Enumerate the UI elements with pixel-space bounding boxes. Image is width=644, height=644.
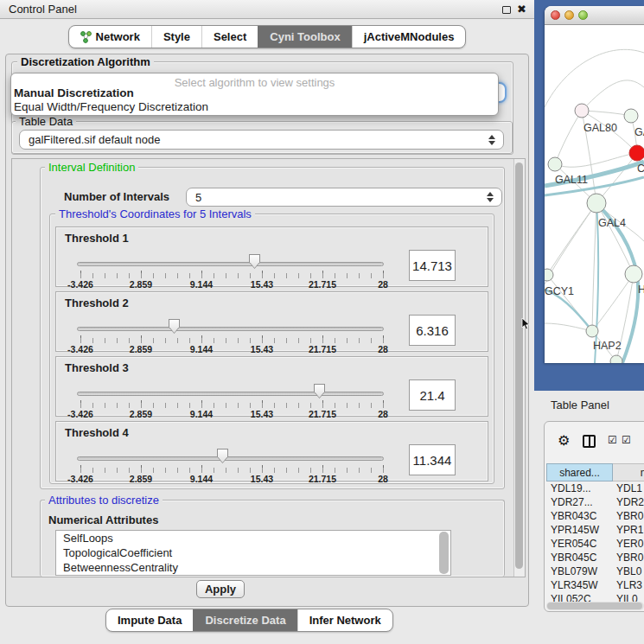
cell[interactable]: YPR1	[613, 523, 644, 537]
table-row[interactable]: YBL079WYBL0	[546, 564, 644, 578]
attributes-list-scrollbar[interactable]	[439, 532, 449, 574]
tab-infer-network[interactable]: Infer Network	[297, 609, 392, 631]
threshold-3-value-field[interactable]: 21.4	[409, 379, 456, 411]
apply-button[interactable]: Apply	[196, 580, 245, 598]
minimize-traffic-light-icon[interactable]	[564, 10, 574, 20]
table-row[interactable]: YDL19...YDL1	[546, 481, 644, 495]
vertical-scrollbar-thumb[interactable]	[515, 163, 523, 569]
cell[interactable]: YBL0	[613, 564, 644, 578]
close-traffic-light-icon[interactable]	[551, 10, 560, 20]
node-label-gal80: GAL80	[583, 122, 617, 134]
tab-select[interactable]: Select	[201, 26, 258, 48]
node-gcy1[interactable]	[545, 269, 553, 281]
zoom-traffic-light-icon[interactable]	[578, 10, 588, 20]
cell[interactable]: YDR27...	[546, 495, 613, 509]
threshold-1-label: Threshold 1	[65, 232, 129, 245]
table-row[interactable]: YPR145WYPR1	[546, 523, 644, 537]
list-item[interactable]: TopologicalCoefficient	[56, 545, 450, 560]
threshold-4-value-field[interactable]: 11.344	[409, 444, 456, 475]
node-label-ga: GA	[634, 126, 644, 138]
tab-jactivemnodules[interactable]: jActiveMNodules	[352, 26, 466, 48]
numerical-attributes-list[interactable]: SelfLoops TopologicalCoefficient Between…	[55, 530, 451, 576]
mouse-cursor	[521, 318, 532, 330]
node-gal4[interactable]	[587, 194, 606, 213]
close-icon[interactable]: ✖	[517, 3, 526, 16]
node-gal11[interactable]	[548, 157, 562, 171]
list-item[interactable]: SelfLoops	[56, 531, 450, 545]
table-data-combobox-value: galFiltered.sif default node	[29, 133, 160, 146]
table-row[interactable]: YIL052CYIL0	[546, 592, 644, 602]
table-row[interactable]: YBR045CYBR0	[546, 551, 644, 564]
network-window-titlebar[interactable]	[545, 6, 644, 25]
tick-label: 28	[357, 409, 409, 419]
cell[interactable]: YLR3	[613, 578, 644, 592]
horizontal-scrollbar-thumb[interactable]	[547, 603, 642, 609]
column-header-name[interactable]: na	[613, 463, 644, 481]
checkbox-checked-icon[interactable]: ☑	[608, 434, 617, 446]
popup-item-equal-width-frequency[interactable]: Equal Width/Frequency Discretization	[11, 100, 498, 114]
threshold-4-slider-thumb[interactable]	[217, 449, 228, 463]
cell[interactable]: YDR2	[613, 495, 644, 509]
cell[interactable]: YDL19...	[546, 481, 613, 495]
tab-network[interactable]: Network	[69, 26, 151, 48]
threshold-3-slider-thumb[interactable]	[314, 384, 325, 399]
gear-icon[interactable]: ⚙	[558, 432, 570, 449]
table-row[interactable]: YBR043CYBR0	[546, 509, 644, 523]
tab-cyni-toolbox[interactable]: Cyni Toolbox	[258, 26, 351, 48]
threshold-3-slider-track[interactable]	[77, 392, 384, 396]
node-bottom[interactable]	[610, 355, 622, 363]
cell[interactable]: YBL079W	[546, 564, 613, 578]
table-data-combobox[interactable]: galFiltered.sif default node	[19, 130, 504, 150]
cell[interactable]: YER0	[613, 537, 644, 551]
bottom-tab-bar: Impute Data Discretize Data Infer Networ…	[105, 609, 393, 632]
tick-label: 21.715	[296, 279, 348, 290]
slider-minor-ticks	[80, 468, 385, 473]
threshold-2-slider-track[interactable]	[77, 327, 384, 331]
threshold-1-value-field[interactable]: 14.713	[409, 250, 456, 281]
threshold-1-slider-thumb[interactable]	[249, 254, 260, 269]
table-row[interactable]: YLR345WYLR3	[546, 578, 644, 592]
threshold-4-slider-track[interactable]	[77, 456, 384, 461]
control-panel-titlebar: Control Panel ✖	[0, 0, 534, 19]
tab-discretize-data[interactable]: Discretize Data	[193, 609, 296, 631]
node-h[interactable]	[625, 265, 642, 283]
tick-label: 2.859	[115, 279, 167, 290]
list-item[interactable]: BetweennessCentrality	[56, 560, 450, 575]
tab-style[interactable]: Style	[151, 26, 201, 48]
algorithm-placeholder: Select algorithm to view settings	[11, 73, 498, 86]
threshold-2-panel: Threshold 2 -3.426 2.859 9.144 15.43 21.…	[55, 291, 488, 352]
cell[interactable]: YIL0	[613, 592, 644, 602]
number-of-intervals-combobox[interactable]: 5	[186, 188, 502, 207]
network-canvas[interactable]: GAL80 GA C GAL11 GAL4 GCY1 H HAP2	[545, 25, 644, 363]
cell[interactable]: YBR0	[613, 551, 644, 564]
tick-label: 28	[357, 279, 409, 290]
cell[interactable]: YLR345W	[546, 578, 613, 592]
table-row[interactable]: YER054CYER0	[546, 537, 644, 551]
cell[interactable]: YPR145W	[546, 523, 613, 537]
threshold-2-slider-thumb[interactable]	[169, 319, 180, 334]
number-of-intervals-value: 5	[195, 191, 201, 204]
cell[interactable]: YIL052C	[546, 592, 613, 602]
cell[interactable]: YBR045C	[546, 551, 613, 564]
split-columns-icon[interactable]	[583, 435, 596, 448]
threshold-1-slider-track[interactable]	[77, 262, 384, 266]
checkbox-checked-icon[interactable]: ☑	[622, 434, 631, 446]
tick-label: 21.715	[296, 409, 348, 419]
tick-label: 15.43	[236, 409, 288, 419]
float-window-icon[interactable]	[502, 6, 511, 14]
tab-impute-data[interactable]: Impute Data	[106, 609, 193, 631]
cell[interactable]: YDL1	[613, 481, 644, 495]
node-label-c: C	[637, 163, 644, 175]
cell[interactable]: YBR043C	[546, 509, 613, 523]
network-view-window: GAL80 GA C GAL11 GAL4 GCY1 H HAP2	[545, 6, 644, 363]
cell[interactable]: YBR0	[613, 509, 644, 523]
algorithm-dropdown-popup: Select algorithm to view settings Manual…	[10, 73, 499, 116]
table-row[interactable]: YDR27...YDR2	[546, 495, 644, 509]
node-ga[interactable]	[624, 109, 638, 123]
cell[interactable]: YER054C	[546, 537, 613, 551]
column-header-shared-name[interactable]: shared...	[546, 463, 613, 481]
node-gal80[interactable]	[575, 104, 589, 118]
threshold-2-value-field[interactable]: 6.316	[409, 315, 456, 346]
node-red-selected[interactable]	[629, 145, 644, 161]
node-hap2[interactable]	[586, 325, 598, 337]
